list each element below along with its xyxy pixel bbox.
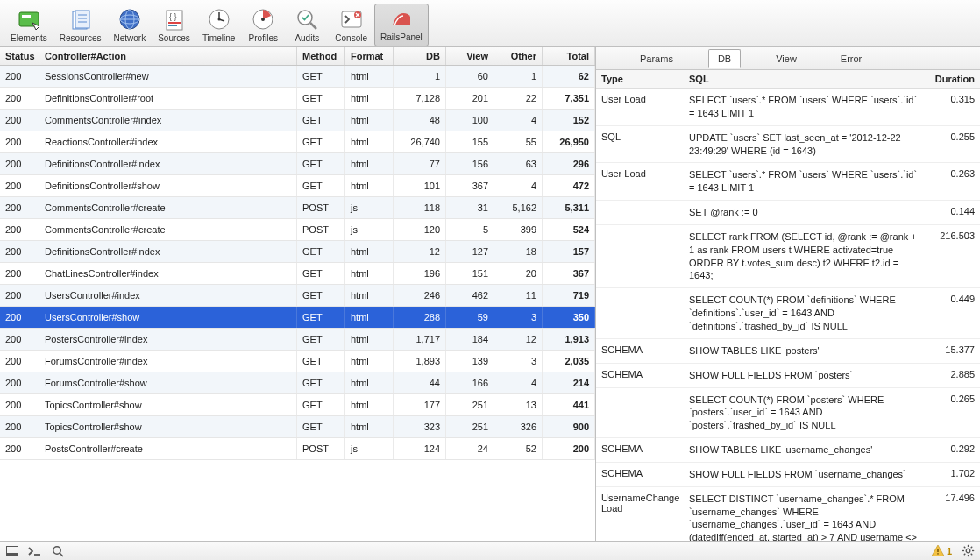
cell-db: 101 <box>394 175 446 196</box>
col-format[interactable]: Format <box>345 47 394 65</box>
dock-icon[interactable] <box>5 544 19 558</box>
cell-format: js <box>345 219 394 240</box>
cell-other: 22 <box>494 88 543 109</box>
request-row[interactable]: 200TopicsController#showGEThtml323251326… <box>0 416 595 438</box>
sql-row[interactable]: SCHEMASHOW TABLES LIKE 'username_changes… <box>596 438 980 463</box>
cell-total: 900 <box>543 416 595 437</box>
requests-body[interactable]: 200SessionsController#newGEThtml16016220… <box>0 66 595 541</box>
cell-view: 60 <box>446 66 494 87</box>
col-db[interactable]: DB <box>394 47 446 65</box>
col-method[interactable]: Method <box>297 47 345 65</box>
svg-point-30 <box>53 546 60 553</box>
request-row[interactable]: 200ForumsController#showGEThtml441664214 <box>0 372 595 394</box>
request-row[interactable]: 200CommentsController#createPOSTjs120539… <box>0 219 595 241</box>
cell-action: CommentsController#index <box>39 110 297 131</box>
warnings-badge[interactable]: 1 <box>932 545 952 556</box>
request-row[interactable]: 200TopicsController#showGEThtml177251134… <box>0 394 595 416</box>
request-row[interactable]: 200DefinitionsController#indexGEThtml121… <box>0 241 595 263</box>
cell-type: User Load <box>596 163 684 200</box>
cell-status: 200 <box>0 110 39 131</box>
sql-row[interactable]: SELECT COUNT(*) FROM `posters` WHERE `po… <box>596 388 980 439</box>
tool-railspanel[interactable]: RailsPanel <box>374 4 429 46</box>
tool-resources[interactable]: Resources <box>54 5 107 46</box>
svg-line-31 <box>60 553 63 556</box>
cell-duration: 0.255 <box>927 126 980 163</box>
request-row[interactable]: 200CommentsController#indexGEThtml481004… <box>0 110 595 131</box>
cell-other: 326 <box>494 416 543 437</box>
tool-profiles[interactable]: Profiles <box>242 5 284 46</box>
cell-action: DefinitionsController#index <box>39 153 297 174</box>
tab-db[interactable]: DB <box>708 49 741 68</box>
tool-timeline[interactable]: Timeline <box>197 5 240 46</box>
request-row[interactable]: 200SessionsController#newGEThtml160162 <box>0 66 595 88</box>
cell-other: 3 <box>494 351 543 372</box>
sql-row[interactable]: SCHEMASHOW FULL FIELDS FROM `posters`2.8… <box>596 364 980 388</box>
sql-row[interactable]: SET @rank := 00.144 <box>596 201 980 225</box>
settings-gear-icon[interactable] <box>961 544 975 558</box>
cell-sql: SHOW TABLES LIKE 'username_changes' <box>684 438 927 462</box>
cell-method: GET <box>297 372 345 393</box>
sql-row[interactable]: SCHEMASHOW FULL FIELDS FROM `username_ch… <box>596 463 980 487</box>
cell-format: html <box>345 175 394 196</box>
sql-body[interactable]: User LoadSELECT `users`.* FROM `users` W… <box>596 89 980 541</box>
cell-other: 18 <box>494 241 543 262</box>
cell-view: 139 <box>446 351 494 372</box>
tab-params[interactable]: Params <box>631 50 682 67</box>
sql-row[interactable]: User LoadSELECT `users`.* FROM `users` W… <box>596 163 980 201</box>
network-icon <box>117 7 142 32</box>
sql-row[interactable]: SCHEMASHOW TABLES LIKE 'posters'15.377 <box>596 339 980 364</box>
col-action[interactable]: Controller#Action <box>39 47 297 65</box>
col-status[interactable]: Status <box>0 47 39 65</box>
cell-method: GET <box>297 131 345 152</box>
request-row[interactable]: 200DefinitionsController#rootGEThtml7,12… <box>0 88 595 110</box>
svg-text:{ }: { } <box>169 12 177 21</box>
cell-status: 200 <box>0 131 39 152</box>
cell-db: 26,740 <box>394 131 446 152</box>
tool-elements[interactable]: Elements <box>5 5 53 46</box>
console-toggle-icon[interactable] <box>28 544 42 558</box>
cell-other: 63 <box>494 153 543 174</box>
sql-header: Type SQL Duration <box>596 70 980 89</box>
cell-view: 59 <box>446 307 494 328</box>
cell-status: 200 <box>0 416 39 437</box>
sql-row[interactable]: UsernameChange LoadSELECT DISTINCT `user… <box>596 487 980 541</box>
sql-row[interactable]: User LoadSELECT `users`.* FROM `users` W… <box>596 89 980 126</box>
search-icon[interactable] <box>51 544 65 558</box>
sql-row[interactable]: SQLUPDATE `users` SET last_seen_at = '20… <box>596 126 980 164</box>
status-bar: 1 <box>0 541 980 560</box>
request-row[interactable]: 200PostsController#createPOSTjs124245220… <box>0 438 595 460</box>
request-row[interactable]: 200UsersController#showGEThtml288593350 <box>0 307 595 329</box>
request-row[interactable]: 200CommentsController#createPOSTjs118315… <box>0 197 595 219</box>
col-other[interactable]: Other <box>494 47 543 65</box>
request-row[interactable]: 200DefinitionsController#showGEThtml1013… <box>0 175 595 197</box>
col-view[interactable]: View <box>446 47 494 65</box>
cell-type: UsernameChange Load <box>596 487 684 541</box>
request-row[interactable]: 200ForumsController#indexGEThtml1,893139… <box>0 351 595 372</box>
tool-sources[interactable]: { }Sources <box>153 5 195 46</box>
tool-network[interactable]: Network <box>109 5 152 46</box>
request-row[interactable]: 200UsersController#indexGEThtml246462117… <box>0 285 595 307</box>
tab-error[interactable]: Error <box>832 50 870 67</box>
col-total[interactable]: Total <box>543 47 595 65</box>
cell-db: 12 <box>394 241 446 262</box>
cell-method: GET <box>297 241 345 262</box>
svg-point-20 <box>261 18 265 21</box>
cell-total: 152 <box>543 110 595 131</box>
tool-audits[interactable]: Audits <box>286 5 328 46</box>
request-row[interactable]: 200ChatLinesController#indexGEThtml19615… <box>0 263 595 285</box>
cell-action: CommentsController#create <box>39 219 297 240</box>
cell-view: 156 <box>446 153 494 174</box>
request-row[interactable]: 200DefinitionsController#indexGEThtml771… <box>0 153 595 175</box>
tab-view[interactable]: View <box>767 50 806 67</box>
cell-action: ChatLinesController#index <box>39 263 297 284</box>
tool-label: Resources <box>60 33 102 43</box>
request-row[interactable]: 200ReactionsController#indexGEThtml26,74… <box>0 131 595 153</box>
tool-label: Profiles <box>249 33 278 43</box>
tool-console[interactable]: Console <box>330 5 373 46</box>
cell-sql: SET @rank := 0 <box>684 201 927 224</box>
sql-row[interactable]: SELECT rank FROM (SELECT id, @rank := @r… <box>596 225 980 288</box>
request-row[interactable]: 200PostersController#indexGEThtml1,71718… <box>0 329 595 351</box>
sql-row[interactable]: SELECT COUNT(*) FROM `definitions` WHERE… <box>596 288 980 339</box>
cell-other: 20 <box>494 263 543 284</box>
cell-view: 251 <box>446 416 494 437</box>
